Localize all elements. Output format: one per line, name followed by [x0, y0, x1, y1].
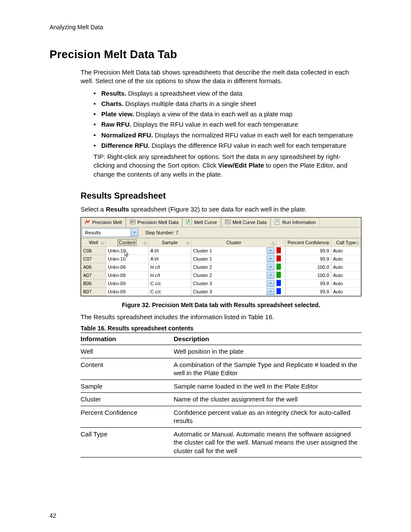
chevron-down-icon: [267, 280, 274, 287]
chevron-down-icon: [131, 229, 138, 236]
desc-header: Description: [174, 333, 361, 345]
description-table: InformationDescriptionWellWell position …: [81, 333, 361, 457]
cell: Auto: [331, 288, 361, 296]
cell: 99.9: [286, 247, 331, 255]
desc-value: Well position in the plate: [174, 345, 361, 358]
cluster-cell[interactable]: Cluster 3: [191, 280, 277, 288]
intro-paragraph: The Precision Melt Data tab shows spread…: [81, 68, 361, 86]
tab-label: Run Information: [282, 220, 316, 225]
sort-icon[interactable]: ◇: [326, 240, 330, 245]
desc-row: ClusterName of the cluster assignment fo…: [81, 393, 361, 406]
desc-key: Cluster: [81, 393, 174, 406]
cell: Auto: [331, 280, 361, 288]
cell: H c/t: [149, 271, 191, 280]
cell: C c/c: [149, 288, 191, 296]
cluster-color-swatch: [277, 271, 286, 280]
dropdown-value: Results: [82, 230, 131, 236]
cell: Auto: [331, 263, 361, 271]
desc-row: Call TypeAutomatic or Manual. Automatic …: [81, 427, 361, 457]
tab-run-information[interactable]: Run Information: [271, 218, 320, 227]
results-grid[interactable]: Well◇Content◇Sample◇Cluster△Percent Conf…: [81, 238, 361, 296]
tab-precision-melt-data[interactable]: Precision Melt Data: [126, 218, 183, 227]
tab-label: Precision Melt: [92, 220, 122, 225]
sort-icon[interactable]: ◇: [101, 240, 104, 245]
sort-asc-icon[interactable]: △: [271, 240, 275, 245]
running-head: Analyzing Melt Data: [50, 24, 361, 31]
cell: Unkn-10: [106, 255, 149, 263]
tab-melt-curve-data[interactable]: Melt Curve Data: [221, 218, 271, 227]
desc-row: SampleSample name loaded in the well in …: [81, 380, 361, 393]
figure-screenshot: Precision MeltPrecision Melt DataMelt Cu…: [81, 217, 361, 296]
sort-icon[interactable]: ◇: [356, 240, 359, 245]
svg-rect-0: [130, 220, 135, 224]
option-item: Charts. Displays multiple data charts in…: [93, 100, 361, 108]
tip-paragraph: TIP: Right-click any spreadsheet for opt…: [93, 152, 361, 179]
cell: C07: [81, 255, 106, 263]
cell: 100.0: [286, 263, 331, 271]
cell: Unkn-08: [106, 263, 149, 271]
cell: 100.0: [286, 271, 331, 280]
cluster-cell[interactable]: Cluster 2: [191, 263, 277, 271]
cluster-cell[interactable]: Cluster 2: [191, 271, 277, 280]
cluster-color-swatch: [277, 288, 286, 296]
col-call-type[interactable]: Call Type◇: [331, 239, 361, 247]
chevron-down-icon: [267, 264, 274, 271]
desc-value: Name of the cluster assignment for the w…: [174, 393, 361, 406]
cluster-color-swatch: [277, 263, 286, 271]
tab-icon: [225, 219, 231, 226]
table-row[interactable]: A06Unkn-08H c/tCluster 2100.0Auto: [81, 263, 361, 271]
table-row[interactable]: B06Unkn-09C c/cCluster 399.8Auto: [81, 280, 361, 288]
tab-melt-curve[interactable]: Melt Curve: [183, 218, 221, 227]
cluster-color-swatch: [277, 247, 286, 255]
cluster-color-swatch: [277, 280, 286, 288]
cell: Auto: [331, 247, 361, 255]
cell: 99.9: [286, 288, 331, 296]
desc-row: Percent ConfidenceConfidence percent val…: [81, 406, 361, 427]
cell: A t/t: [149, 255, 191, 263]
after-figure-paragraph: The Results spreadsheet includes the inf…: [81, 313, 361, 321]
cluster-cell[interactable]: Cluster 1: [191, 247, 277, 255]
sort-icon[interactable]: ◇: [143, 240, 147, 245]
desc-key: Well: [81, 345, 174, 358]
desc-value: Confidence percent value as an integrity…: [174, 406, 361, 427]
section-heading-results: Results Spreadsheet: [81, 191, 361, 201]
step-number-label: Step Number: 7: [145, 230, 178, 235]
cell: Unkn-09: [106, 280, 149, 288]
col-content[interactable]: Content◇: [106, 239, 149, 247]
tab-bar: Precision MeltPrecision Melt DataMelt Cu…: [81, 218, 361, 227]
tab-label: Melt Curve: [194, 220, 217, 225]
cell: A t/t: [149, 247, 191, 255]
col-sample[interactable]: Sample◇: [149, 239, 191, 247]
results-dropdown[interactable]: Results: [82, 228, 138, 237]
cell: Auto: [331, 255, 361, 263]
desc-value: A combination of the Sample Type and Rep…: [174, 358, 361, 380]
results-intro: Select a Results spreadsheet (Figure 32)…: [81, 205, 361, 214]
cluster-cell[interactable]: Cluster 1: [191, 255, 277, 263]
cluster-cell[interactable]: Cluster 3: [191, 288, 277, 296]
desc-row: ContentA combination of the Sample Type …: [81, 358, 361, 380]
sort-icon[interactable]: ◇: [186, 240, 190, 245]
table-row[interactable]: C07Unkn-10A t/tCluster 199.9Auto: [81, 255, 361, 263]
col-well[interactable]: Well◇: [81, 239, 106, 247]
col-cluster[interactable]: Cluster△: [191, 239, 277, 247]
tab-precision-melt[interactable]: Precision Melt: [81, 218, 126, 227]
desc-key: Percent Confidence: [81, 406, 174, 427]
col-percent-confidence[interactable]: Percent Confidence◇: [286, 239, 331, 247]
option-item: Results. Displays a spreadsheet view of …: [93, 89, 361, 98]
options-list: Results. Displays a spreadsheet view of …: [93, 89, 361, 150]
cell: H c/t: [149, 263, 191, 271]
desc-row: WellWell position in the plate: [81, 345, 361, 358]
desc-key: Sample: [81, 380, 174, 393]
table-row[interactable]: A07Unkn-08H c/tCluster 2100.0Auto: [81, 271, 361, 280]
cell: Unkn-09: [106, 288, 149, 296]
cell: Unkn-10: [106, 247, 149, 255]
table-row[interactable]: C06Unkn-10A t/tCluster 199.9Auto: [81, 247, 361, 255]
table-row[interactable]: B07Unkn-09C c/cCluster 399.9Auto: [81, 288, 361, 296]
chevron-down-icon: [267, 255, 274, 262]
tab-icon: [186, 219, 192, 226]
chevron-down-icon: [267, 272, 274, 279]
cell: 99.9: [286, 255, 331, 263]
tab-icon: [274, 219, 280, 226]
tab-label: Precision Melt Data: [137, 220, 178, 225]
chevron-down-icon: [267, 247, 274, 254]
